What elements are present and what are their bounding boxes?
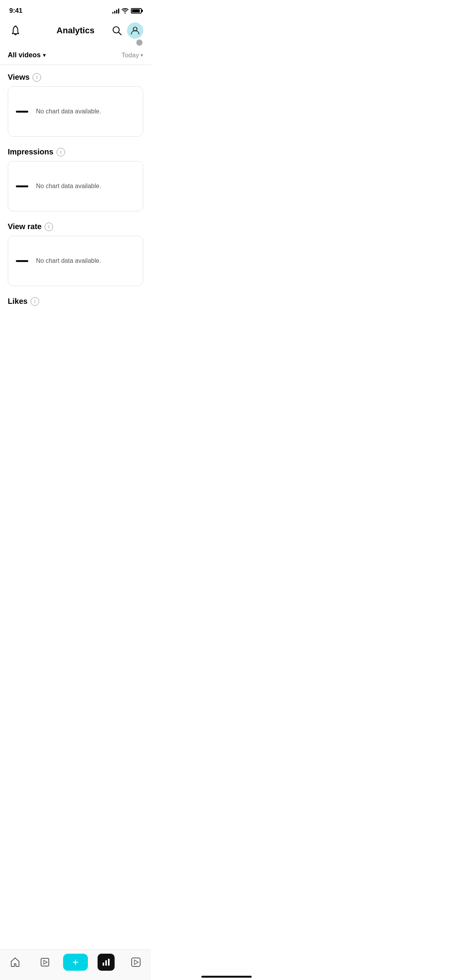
likes-title: Likes	[8, 297, 27, 306]
impressions-section: Impressions i No chart data available.	[8, 147, 143, 211]
svg-point-3	[133, 28, 134, 29]
view-rate-chart-card: No chart data available.	[8, 236, 143, 286]
impressions-info-icon[interactable]: i	[57, 148, 65, 156]
view-rate-chart-dash	[16, 260, 28, 262]
page-title: Analytics	[57, 26, 94, 36]
video-filter-dropdown[interactable]: All videos ▾	[8, 51, 46, 59]
search-button[interactable]	[110, 24, 124, 38]
view-rate-section-header: View rate i	[8, 222, 143, 231]
time-filter-label: Today	[122, 51, 139, 59]
views-chart-card: No chart data available.	[8, 86, 143, 137]
video-filter-label: All videos	[8, 51, 41, 59]
view-rate-info-icon[interactable]: i	[45, 223, 53, 231]
header: Analytics	[0, 19, 151, 43]
views-title: Views	[8, 73, 29, 82]
views-section-header: Views i	[8, 73, 143, 82]
view-rate-section: View rate i No chart data available.	[8, 222, 143, 286]
header-right-actions	[110, 22, 143, 39]
status-icons	[112, 8, 142, 14]
battery-icon	[131, 8, 142, 14]
status-bar: 9:41	[0, 0, 151, 19]
views-no-data-text: No chart data available.	[36, 108, 101, 115]
views-info-icon[interactable]: i	[33, 73, 41, 82]
impressions-title: Impressions	[8, 147, 53, 156]
impressions-no-data-text: No chart data available.	[36, 183, 101, 190]
time-filter-dropdown[interactable]: Today ▾	[122, 51, 143, 59]
avatar-dot	[136, 39, 142, 46]
svg-point-4	[136, 28, 137, 29]
avatar	[127, 22, 143, 39]
likes-section: Likes i	[8, 297, 143, 306]
view-rate-title: View rate	[8, 222, 41, 231]
likes-info-icon[interactable]: i	[31, 297, 39, 306]
bell-button[interactable]	[8, 23, 23, 38]
views-chart-dash	[16, 111, 28, 113]
chevron-down-icon: ▾	[141, 52, 143, 58]
chevron-down-icon: ▾	[43, 52, 46, 58]
avatar-container[interactable]	[127, 22, 143, 39]
wifi-icon	[122, 8, 129, 14]
svg-line-1	[118, 32, 121, 35]
views-section: Views i No chart data available.	[8, 73, 143, 137]
likes-section-header: Likes i	[8, 297, 143, 306]
impressions-section-header: Impressions i	[8, 147, 143, 156]
status-time: 9:41	[9, 7, 22, 15]
impressions-chart-dash	[16, 185, 28, 187]
view-rate-no-data-text: No chart data available.	[36, 257, 101, 264]
impressions-chart-card: No chart data available.	[8, 161, 143, 211]
signal-icon	[112, 8, 119, 14]
main-content: Views i No chart data available. Impress…	[0, 65, 151, 355]
filter-bar: All videos ▾ Today ▾	[0, 46, 151, 65]
